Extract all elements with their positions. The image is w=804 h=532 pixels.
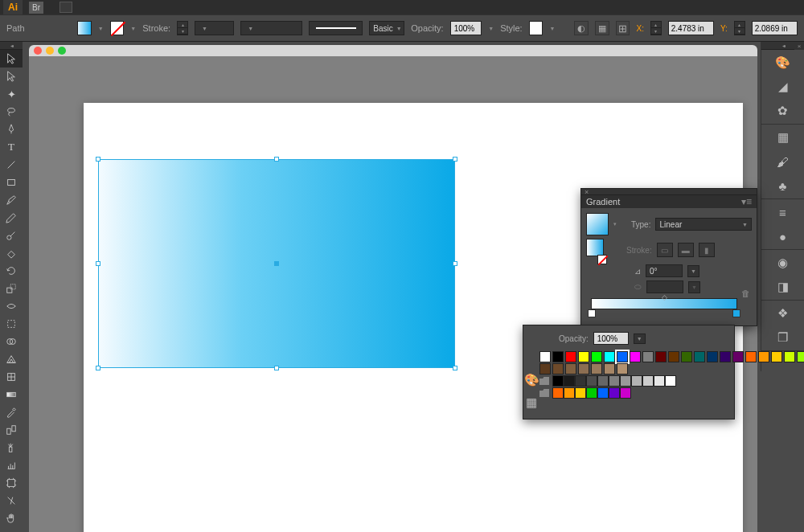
gradient-stop-right[interactable] [732, 309, 740, 317]
pen-tool[interactable] [0, 121, 23, 138]
transform-icon[interactable]: ⊞ [616, 21, 630, 35]
swatch[interactable] [565, 351, 576, 362]
artboards-panel-icon[interactable]: ❐ [775, 329, 791, 346]
folder-icon[interactable] [539, 377, 549, 385]
swatch[interactable] [654, 375, 665, 387]
swatch[interactable] [597, 375, 609, 387]
gradient-stop-left[interactable] [588, 309, 596, 317]
delete-stop-icon[interactable]: 🗑 [741, 289, 750, 298]
arrange-docs-icon[interactable] [59, 2, 72, 13]
swatches-panel-icon[interactable]: ▦ [775, 129, 791, 145]
stroke-weight-dropdown[interactable] [195, 21, 234, 35]
zoom-window-icon[interactable] [58, 47, 66, 55]
direct-select-tool[interactable] [0, 68, 23, 85]
align-icon[interactable]: ▦ [595, 21, 609, 35]
swatch-opacity-dropdown[interactable]: ▼ [634, 334, 646, 344]
swatch[interactable] [655, 351, 667, 362]
swatch[interactable] [597, 387, 609, 399]
swatch-grid-icon[interactable]: ▦ [523, 395, 539, 411]
selection-tool[interactable] [0, 50, 23, 68]
sel-handle-tr[interactable] [453, 157, 457, 162]
pencil-tool[interactable] [0, 209, 23, 227]
scale-tool[interactable] [0, 280, 23, 297]
swatch[interactable] [630, 351, 641, 362]
stroke-grad-along[interactable]: ▬ [678, 243, 694, 257]
gradient-midpoint[interactable]: ◇ [662, 293, 667, 301]
hand-tool[interactable] [0, 509, 23, 527]
swatch[interactable] [539, 351, 551, 362]
swatch[interactable] [552, 387, 564, 399]
swatch[interactable] [578, 351, 589, 362]
blend-tool[interactable] [0, 421, 23, 439]
selected-rectangle[interactable] [98, 159, 455, 368]
close-window-icon[interactable] [34, 47, 42, 55]
brush-def-dropdown[interactable]: Basic [369, 21, 404, 35]
sel-handle-tl[interactable] [96, 157, 100, 162]
swatch[interactable] [604, 351, 615, 362]
width-tool[interactable] [0, 297, 23, 315]
y-stepper[interactable]: ▴▾ [734, 21, 745, 35]
gradient-fill-thumb[interactable] [586, 213, 609, 235]
brushes-panel-icon[interactable]: 🖌 [775, 153, 791, 170]
swatch-opacity-input[interactable]: 100% [593, 332, 629, 345]
type-tool[interactable]: T [0, 138, 23, 156]
swatch[interactable] [758, 351, 769, 362]
opacity-input[interactable]: 100% [450, 21, 482, 35]
stroke-weight-stepper[interactable]: ▴▾ [177, 21, 188, 35]
gradient-panel-tab-bar[interactable] [581, 189, 757, 195]
swatch[interactable] [609, 387, 620, 399]
swatch[interactable] [642, 351, 654, 362]
symbols-panel-icon[interactable]: ♣ [775, 178, 791, 194]
gradient-aspect-input[interactable] [646, 280, 683, 293]
swatch[interactable] [552, 375, 564, 387]
stroke-swatch[interactable] [110, 21, 125, 35]
x-field[interactable]: 2.4783 in [668, 21, 714, 35]
swatch[interactable] [620, 387, 631, 399]
sel-handle-ml[interactable] [96, 261, 100, 266]
swatch[interactable] [720, 351, 731, 362]
eraser-tool[interactable] [0, 244, 23, 262]
gradient-slider[interactable]: ◇ [591, 298, 737, 309]
stroke-grad-within[interactable]: ▭ [657, 243, 673, 257]
sel-handle-mr[interactable] [453, 261, 457, 266]
magic-wand-tool[interactable]: ✦ [0, 85, 23, 103]
stroke-panel-icon[interactable]: ≡ [775, 204, 791, 220]
var-width-dropdown[interactable] [240, 21, 302, 35]
sel-handle-bm[interactable] [274, 366, 279, 370]
swatch[interactable] [745, 351, 757, 362]
swatch[interactable] [665, 375, 676, 387]
blob-brush-tool[interactable] [0, 227, 23, 244]
rectangle-tool[interactable] [0, 174, 23, 191]
swatch[interactable] [617, 363, 628, 374]
kuler-icon[interactable]: ✿ [775, 103, 791, 119]
swatch[interactable] [620, 375, 631, 387]
recolor-icon[interactable]: ◐ [574, 21, 589, 35]
symbol-sprayer-tool[interactable] [0, 439, 23, 456]
artboard-tool[interactable] [0, 474, 23, 492]
perspective-grid-tool[interactable] [0, 350, 23, 368]
y-field[interactable]: 2.0869 in [752, 21, 798, 35]
slice-tool[interactable] [0, 492, 23, 509]
rotate-tool[interactable] [0, 262, 23, 280]
free-transform-tool[interactable] [0, 315, 23, 333]
swatch[interactable] [694, 351, 705, 362]
swatch[interactable] [578, 363, 589, 374]
swatch[interactable] [707, 351, 718, 362]
transparency-panel-icon[interactable]: ◉ [775, 255, 791, 271]
swatch[interactable] [586, 375, 597, 387]
fill-swatch[interactable] [77, 21, 92, 35]
swatch[interactable] [586, 387, 597, 399]
swatch[interactable] [564, 387, 575, 399]
gradient-type-dropdown[interactable]: Linear▼ [655, 218, 752, 231]
swatch[interactable] [575, 375, 586, 387]
gradient-tool[interactable] [0, 386, 23, 403]
gradient-angle-input[interactable]: 0° [646, 264, 683, 277]
toolbox-collapse[interactable] [0, 42, 23, 50]
appearance-panel-icon[interactable]: ◨ [775, 279, 791, 295]
shape-builder-tool[interactable] [0, 333, 23, 350]
swatch[interactable] [631, 375, 642, 387]
lasso-tool[interactable] [0, 103, 23, 121]
zoom-tool[interactable] [0, 527, 23, 532]
sel-handle-tm[interactable] [274, 157, 279, 162]
swatch[interactable] [564, 375, 575, 387]
